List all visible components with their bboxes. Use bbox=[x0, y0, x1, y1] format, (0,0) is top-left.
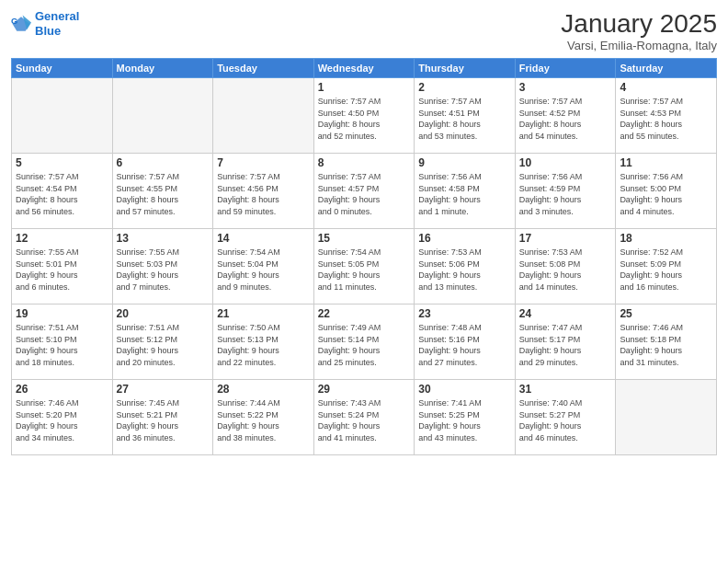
logo-icon: G bbox=[11, 14, 31, 34]
day-number: 12 bbox=[16, 232, 108, 245]
day-number: 15 bbox=[318, 232, 411, 245]
day-info: Sunrise: 7:46 AM Sunset: 5:18 PM Dayligh… bbox=[620, 322, 712, 368]
day-info: Sunrise: 7:47 AM Sunset: 5:17 PM Dayligh… bbox=[519, 322, 612, 368]
day-number: 24 bbox=[519, 307, 612, 320]
day-number: 6 bbox=[117, 156, 210, 169]
calendar-day-cell: 7Sunrise: 7:57 AM Sunset: 4:56 PM Daylig… bbox=[213, 154, 314, 229]
calendar-day-cell: 18Sunrise: 7:52 AM Sunset: 5:09 PM Dayli… bbox=[616, 229, 717, 304]
day-number: 2 bbox=[418, 81, 511, 94]
day-info: Sunrise: 7:53 AM Sunset: 5:08 PM Dayligh… bbox=[519, 247, 612, 293]
calendar-day-cell: 31Sunrise: 7:40 AM Sunset: 5:27 PM Dayli… bbox=[515, 380, 616, 455]
calendar-day-cell: 4Sunrise: 7:57 AM Sunset: 4:53 PM Daylig… bbox=[616, 78, 717, 154]
day-info: Sunrise: 7:56 AM Sunset: 4:58 PM Dayligh… bbox=[418, 171, 511, 217]
calendar-week-row: 5Sunrise: 7:57 AM Sunset: 4:54 PM Daylig… bbox=[12, 154, 717, 229]
day-number: 3 bbox=[519, 81, 612, 94]
calendar-day-cell: 20Sunrise: 7:51 AM Sunset: 5:12 PM Dayli… bbox=[112, 304, 213, 380]
day-info: Sunrise: 7:52 AM Sunset: 5:09 PM Dayligh… bbox=[620, 247, 712, 293]
day-number: 11 bbox=[620, 156, 712, 169]
calendar-day-cell: 8Sunrise: 7:57 AM Sunset: 4:57 PM Daylig… bbox=[313, 154, 415, 229]
location: Varsi, Emilia-Romagna, Italy bbox=[561, 39, 717, 52]
day-number: 17 bbox=[519, 232, 612, 245]
day-info: Sunrise: 7:45 AM Sunset: 5:21 PM Dayligh… bbox=[117, 397, 210, 443]
weekday-header: Friday bbox=[515, 59, 616, 78]
day-number: 7 bbox=[217, 156, 310, 169]
day-number: 29 bbox=[318, 383, 411, 396]
day-number: 27 bbox=[117, 383, 210, 396]
calendar-day-cell: 28Sunrise: 7:44 AM Sunset: 5:22 PM Dayli… bbox=[213, 380, 314, 455]
day-number: 10 bbox=[519, 156, 612, 169]
logo-text: General Blue bbox=[35, 9, 79, 38]
calendar-week-row: 19Sunrise: 7:51 AM Sunset: 5:10 PM Dayli… bbox=[12, 304, 717, 380]
day-number: 4 bbox=[620, 81, 712, 94]
calendar-day-cell: 23Sunrise: 7:48 AM Sunset: 5:16 PM Dayli… bbox=[415, 304, 516, 380]
weekday-header-row: SundayMondayTuesdayWednesdayThursdayFrid… bbox=[12, 59, 717, 78]
calendar-day-cell: 12Sunrise: 7:55 AM Sunset: 5:01 PM Dayli… bbox=[12, 229, 113, 304]
weekday-header: Tuesday bbox=[213, 59, 314, 78]
day-number: 14 bbox=[217, 232, 310, 245]
day-number: 22 bbox=[318, 307, 411, 320]
calendar-day-cell: 11Sunrise: 7:56 AM Sunset: 5:00 PM Dayli… bbox=[616, 154, 717, 229]
calendar-day-cell: 6Sunrise: 7:57 AM Sunset: 4:55 PM Daylig… bbox=[112, 154, 213, 229]
day-info: Sunrise: 7:56 AM Sunset: 5:00 PM Dayligh… bbox=[620, 171, 712, 217]
calendar-day-cell: 25Sunrise: 7:46 AM Sunset: 5:18 PM Dayli… bbox=[616, 304, 717, 380]
day-info: Sunrise: 7:48 AM Sunset: 5:16 PM Dayligh… bbox=[418, 322, 511, 368]
calendar-day-cell: 30Sunrise: 7:41 AM Sunset: 5:25 PM Dayli… bbox=[415, 380, 516, 455]
day-info: Sunrise: 7:57 AM Sunset: 4:51 PM Dayligh… bbox=[418, 96, 511, 142]
day-info: Sunrise: 7:49 AM Sunset: 5:14 PM Dayligh… bbox=[318, 322, 411, 368]
day-number: 5 bbox=[16, 156, 108, 169]
calendar-day-cell: 24Sunrise: 7:47 AM Sunset: 5:17 PM Dayli… bbox=[515, 304, 616, 380]
day-number: 18 bbox=[620, 232, 712, 245]
title-block: January 2025 Varsi, Emilia-Romagna, Ital… bbox=[561, 9, 717, 52]
calendar-day-cell: 13Sunrise: 7:55 AM Sunset: 5:03 PM Dayli… bbox=[112, 229, 213, 304]
day-number: 30 bbox=[418, 383, 511, 396]
day-info: Sunrise: 7:57 AM Sunset: 4:52 PM Dayligh… bbox=[519, 96, 612, 142]
calendar-week-row: 12Sunrise: 7:55 AM Sunset: 5:01 PM Dayli… bbox=[12, 229, 717, 304]
calendar-day-cell: 5Sunrise: 7:57 AM Sunset: 4:54 PM Daylig… bbox=[12, 154, 113, 229]
day-number: 20 bbox=[117, 307, 210, 320]
calendar: SundayMondayTuesdayWednesdayThursdayFrid… bbox=[11, 58, 717, 455]
weekday-header: Wednesday bbox=[313, 59, 415, 78]
day-number: 23 bbox=[418, 307, 511, 320]
day-info: Sunrise: 7:50 AM Sunset: 5:13 PM Dayligh… bbox=[217, 322, 310, 368]
weekday-header: Sunday bbox=[12, 59, 113, 78]
calendar-day-cell: 29Sunrise: 7:43 AM Sunset: 5:24 PM Dayli… bbox=[313, 380, 415, 455]
calendar-day-cell: 15Sunrise: 7:54 AM Sunset: 5:05 PM Dayli… bbox=[313, 229, 415, 304]
day-number: 25 bbox=[620, 307, 712, 320]
day-info: Sunrise: 7:46 AM Sunset: 5:20 PM Dayligh… bbox=[16, 397, 108, 443]
day-info: Sunrise: 7:51 AM Sunset: 5:10 PM Dayligh… bbox=[16, 322, 108, 368]
day-number: 16 bbox=[418, 232, 511, 245]
calendar-day-cell bbox=[112, 78, 213, 154]
header: G General Blue January 2025 Varsi, Emili… bbox=[11, 9, 717, 52]
calendar-day-cell: 2Sunrise: 7:57 AM Sunset: 4:51 PM Daylig… bbox=[415, 78, 516, 154]
day-info: Sunrise: 7:57 AM Sunset: 4:55 PM Dayligh… bbox=[117, 171, 210, 217]
logo-line2: Blue bbox=[35, 24, 61, 38]
day-info: Sunrise: 7:54 AM Sunset: 5:04 PM Dayligh… bbox=[217, 247, 310, 293]
day-info: Sunrise: 7:43 AM Sunset: 5:24 PM Dayligh… bbox=[318, 397, 411, 443]
day-info: Sunrise: 7:40 AM Sunset: 5:27 PM Dayligh… bbox=[519, 397, 612, 443]
day-number: 21 bbox=[217, 307, 310, 320]
calendar-day-cell: 21Sunrise: 7:50 AM Sunset: 5:13 PM Dayli… bbox=[213, 304, 314, 380]
calendar-day-cell: 16Sunrise: 7:53 AM Sunset: 5:06 PM Dayli… bbox=[415, 229, 516, 304]
calendar-week-row: 1Sunrise: 7:57 AM Sunset: 4:50 PM Daylig… bbox=[12, 78, 717, 154]
logo-line1: General bbox=[35, 9, 79, 23]
day-info: Sunrise: 7:56 AM Sunset: 4:59 PM Dayligh… bbox=[519, 171, 612, 217]
calendar-day-cell: 19Sunrise: 7:51 AM Sunset: 5:10 PM Dayli… bbox=[12, 304, 113, 380]
calendar-day-cell: 14Sunrise: 7:54 AM Sunset: 5:04 PM Dayli… bbox=[213, 229, 314, 304]
calendar-day-cell bbox=[12, 78, 113, 154]
day-number: 9 bbox=[418, 156, 511, 169]
day-info: Sunrise: 7:41 AM Sunset: 5:25 PM Dayligh… bbox=[418, 397, 511, 443]
day-info: Sunrise: 7:51 AM Sunset: 5:12 PM Dayligh… bbox=[117, 322, 210, 368]
month-title: January 2025 bbox=[561, 9, 717, 39]
day-info: Sunrise: 7:57 AM Sunset: 4:50 PM Dayligh… bbox=[318, 96, 411, 142]
calendar-day-cell bbox=[213, 78, 314, 154]
day-info: Sunrise: 7:55 AM Sunset: 5:01 PM Dayligh… bbox=[16, 247, 108, 293]
calendar-day-cell bbox=[616, 380, 717, 455]
day-number: 26 bbox=[16, 383, 108, 396]
calendar-day-cell: 10Sunrise: 7:56 AM Sunset: 4:59 PM Dayli… bbox=[515, 154, 616, 229]
calendar-day-cell: 26Sunrise: 7:46 AM Sunset: 5:20 PM Dayli… bbox=[12, 380, 113, 455]
day-number: 1 bbox=[318, 81, 411, 94]
day-number: 13 bbox=[117, 232, 210, 245]
day-info: Sunrise: 7:57 AM Sunset: 4:57 PM Dayligh… bbox=[318, 171, 411, 217]
day-number: 19 bbox=[16, 307, 108, 320]
weekday-header: Monday bbox=[112, 59, 213, 78]
